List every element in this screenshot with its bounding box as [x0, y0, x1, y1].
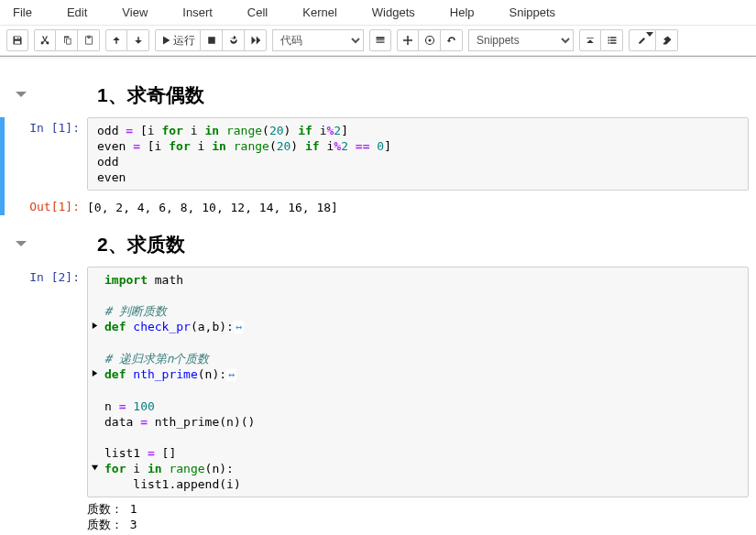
restart-run-all-button[interactable] — [245, 29, 267, 51]
menu-cell[interactable]: Cell — [240, 2, 284, 23]
refresh-button[interactable] — [441, 29, 463, 51]
highlight-button[interactable] — [629, 29, 656, 51]
svg-rect-10 — [608, 39, 609, 41]
fold-marker-icon[interactable]: ↔ — [234, 321, 244, 333]
menu-edit[interactable]: Edit — [60, 2, 104, 23]
fold-arrow-icon[interactable] — [9, 236, 33, 253]
svg-rect-0 — [208, 37, 215, 44]
output-stream: 质数： 1 质数： 3 — [87, 501, 749, 532]
output-result: [0, 2, 4, 6, 8, 10, 12, 14, 16, 18] — [87, 196, 749, 215]
code-editor[interactable]: odd = [i for i in range(20) if i%2] even… — [87, 117, 749, 191]
command-palette-button[interactable] — [369, 29, 391, 51]
snippets-select[interactable]: Snippets — [468, 29, 574, 51]
heading-cell-2[interactable]: 2、求质数 — [0, 215, 756, 263]
restart-button[interactable] — [223, 29, 245, 51]
cut-button[interactable] — [34, 29, 56, 51]
run-button[interactable]: 运行 — [155, 29, 201, 51]
svg-rect-2 — [377, 39, 385, 40]
fold-gutter-icon[interactable] — [91, 366, 99, 382]
save-button[interactable] — [6, 29, 28, 51]
move-down-button[interactable] — [127, 29, 149, 51]
menu-widgets[interactable]: Widgets — [365, 2, 432, 23]
collapse-up-button[interactable] — [579, 29, 601, 51]
svg-rect-13 — [609, 42, 616, 44]
toolbar: 运行 代码 Snippets — [0, 26, 756, 56]
svg-rect-12 — [608, 42, 609, 44]
output-prompt: Out[1]: — [29, 200, 80, 213]
menu-help[interactable]: Help — [443, 2, 491, 23]
menu-file[interactable]: File — [5, 2, 49, 23]
menu-kernel[interactable]: Kernel — [295, 2, 354, 23]
menu-insert[interactable]: Insert — [175, 2, 229, 23]
svg-rect-7 — [586, 38, 594, 38]
svg-rect-4 — [377, 42, 385, 43]
paste-button[interactable] — [78, 29, 100, 51]
svg-rect-8 — [608, 37, 609, 38]
svg-rect-11 — [609, 39, 616, 41]
notebook-area: 1、求奇偶数 In [1]: odd = [i for i in range(2… — [0, 57, 756, 532]
code-editor[interactable]: import math # 判断质数 def check_pr(a,b):↔ #… — [87, 267, 749, 497]
interrupt-button[interactable] — [201, 29, 223, 51]
heading-cell-1[interactable]: 1、求奇偶数 — [0, 66, 756, 114]
input-prompt: In [1]: — [29, 121, 80, 135]
copy-button[interactable] — [56, 29, 78, 51]
fold-gutter-icon[interactable] — [91, 319, 99, 334]
svg-rect-9 — [609, 37, 616, 38]
celltype-select[interactable]: 代码 — [272, 29, 364, 51]
svg-rect-3 — [377, 41, 385, 42]
heading-text: 2、求质数 — [97, 232, 185, 257]
input-prompt: In [2]: — [29, 270, 80, 284]
code-cell-1[interactable]: In [1]: odd = [i for i in range(20) if i… — [0, 117, 756, 215]
target-button[interactable] — [419, 29, 441, 51]
menu-view[interactable]: View — [115, 2, 164, 23]
move-button[interactable] — [397, 29, 419, 51]
code-cell-2[interactable]: In [2]: import math # 判断质数 def check_pr(… — [0, 267, 756, 532]
list-button[interactable] — [601, 29, 623, 51]
svg-rect-1 — [377, 37, 385, 38]
svg-point-6 — [428, 39, 431, 42]
heading-text: 1、求奇偶数 — [97, 82, 204, 108]
menubar: File Edit View Insert Cell Kernel Widget… — [0, 0, 756, 26]
menu-snippets[interactable]: Snippets — [502, 2, 573, 23]
fold-marker-icon[interactable]: ↔ — [226, 368, 236, 381]
fold-arrow-icon[interactable] — [9, 87, 33, 104]
fold-gutter-icon[interactable] — [91, 461, 99, 476]
move-up-button[interactable] — [105, 29, 127, 51]
eraser-button[interactable] — [656, 29, 678, 51]
